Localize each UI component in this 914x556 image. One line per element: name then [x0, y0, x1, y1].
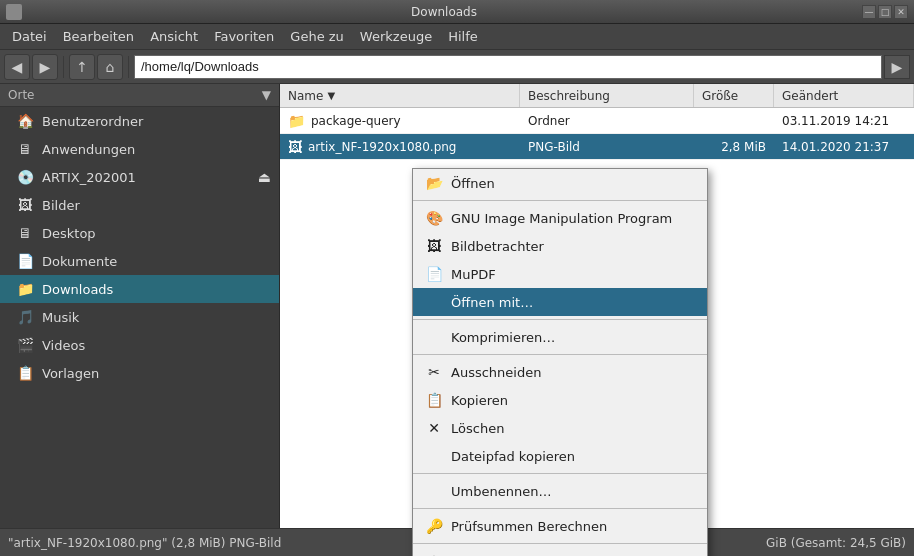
col-header-desc[interactable]: Beschreibung — [520, 84, 694, 107]
toolbar-separator-1 — [63, 56, 64, 78]
close-button[interactable]: ✕ — [894, 5, 908, 19]
file-date-cell: 14.01.2020 21:37 — [774, 140, 914, 154]
name-sort-icon: ▼ — [327, 90, 335, 101]
window-title: Downloads — [26, 5, 862, 19]
file-name-cell: 📁package-query — [280, 113, 520, 129]
col-header-name[interactable]: Name ▼ — [280, 84, 520, 107]
sidebar-icon-7: 🎵 — [16, 308, 34, 326]
sidebar-item-benutzerordner[interactable]: 🏠Benutzerordner — [0, 107, 279, 135]
ctx-item-icon: 🎨 — [425, 209, 443, 227]
ctx-item-label: Bildbetrachter — [451, 239, 544, 254]
titlebar: Downloads — □ ✕ — [0, 0, 914, 24]
ctx-item-komprimieren[interactable]: Komprimieren… — [413, 323, 707, 351]
sidebar-expand-icon[interactable]: ▼ — [262, 88, 271, 102]
sidebar-icon-2: 💿 — [16, 168, 34, 186]
forward-button[interactable]: ▶ — [32, 54, 58, 80]
sidebar-item-videos[interactable]: 🎬Videos — [0, 331, 279, 359]
sidebar-item-bilder[interactable]: 🖼Bilder — [0, 191, 279, 219]
maximize-button[interactable]: □ — [878, 5, 892, 19]
sidebar: Orte ▼ 🏠Benutzerordner🖥Anwendungen💿ARTIX… — [0, 84, 280, 528]
ctx-item-label: Umbenennen… — [451, 484, 551, 499]
main-area: Orte ▼ 🏠Benutzerordner🖥Anwendungen💿ARTIX… — [0, 84, 914, 528]
ctx-separator — [413, 200, 707, 201]
menu-item-gehe zu[interactable]: Gehe zu — [282, 27, 352, 46]
sidebar-icon-8: 🎬 — [16, 336, 34, 354]
ctx-item-bildbetrachter[interactable]: 🖼Bildbetrachter — [413, 232, 707, 260]
file-name-text: package-query — [311, 114, 401, 128]
sidebar-items: 🏠Benutzerordner🖥Anwendungen💿ARTIX_202001… — [0, 107, 279, 387]
file-icon: 🖼 — [288, 139, 302, 155]
sidebar-item-label: Desktop — [42, 226, 96, 241]
home-button[interactable]: ⌂ — [97, 54, 123, 80]
ctx-item-prüfsummen-berechnen[interactable]: 🔑Prüfsummen Berechnen — [413, 512, 707, 540]
file-row[interactable]: 🖼artix_NF-1920x1080.pngPNG-Bild2,8 MiB14… — [280, 134, 914, 160]
ctx-item-öffnen-mit[interactable]: Öffnen mit… — [413, 288, 707, 316]
ctx-item-ausschneiden[interactable]: ✂Ausschneiden — [413, 358, 707, 386]
back-button[interactable]: ◀ — [4, 54, 30, 80]
minimize-button[interactable]: — — [862, 5, 876, 19]
ctx-item-label: MuPDF — [451, 267, 496, 282]
ctx-item-icon-placeholder — [425, 447, 443, 465]
menu-item-ansicht[interactable]: Ansicht — [142, 27, 206, 46]
sidebar-icon-1: 🖥 — [16, 140, 34, 158]
ctx-item-gnu-image-manipulation-program[interactable]: 🎨GNU Image Manipulation Program — [413, 204, 707, 232]
col-header-size[interactable]: Größe — [694, 84, 774, 107]
file-desc-cell: Ordner — [520, 114, 694, 128]
sidebar-item-musik[interactable]: 🎵Musik — [0, 303, 279, 331]
ctx-item-dateipfad-kopieren[interactable]: Dateipfad kopieren — [413, 442, 707, 470]
window-controls: — □ ✕ — [862, 5, 908, 19]
sidebar-item-desktop[interactable]: 🖥Desktop — [0, 219, 279, 247]
ctx-item-icon: ✂ — [425, 363, 443, 381]
app-icon — [6, 4, 22, 20]
sidebar-icon-9: 📋 — [16, 364, 34, 382]
ctx-item-icon-placeholder — [425, 328, 443, 346]
filelist-header: Name ▼ Beschreibung Größe Geändert — [280, 84, 914, 108]
ctx-item-icon: 📂 — [425, 174, 443, 192]
ctx-item-label: Komprimieren… — [451, 330, 555, 345]
menu-item-hilfe[interactable]: Hilfe — [440, 27, 486, 46]
file-row[interactable]: 📁package-queryOrdner03.11.2019 14:21 — [280, 108, 914, 134]
sidebar-item-artix_202001[interactable]: 💿ARTIX_202001⏏ — [0, 163, 279, 191]
col-header-date[interactable]: Geändert — [774, 84, 914, 107]
ctx-separator — [413, 354, 707, 355]
sidebar-icon-0: 🏠 — [16, 112, 34, 130]
up-button[interactable]: ↑ — [69, 54, 95, 80]
menu-item-werkzeuge[interactable]: Werkzeuge — [352, 27, 440, 46]
file-desc-cell: PNG-Bild — [520, 140, 694, 154]
ctx-item-mupdf[interactable]: 📄MuPDF — [413, 260, 707, 288]
go-button[interactable]: ▶ — [884, 55, 910, 79]
menu-item-datei[interactable]: Datei — [4, 27, 55, 46]
sidebar-header-label: Orte — [8, 88, 34, 102]
sidebar-item-dokumente[interactable]: 📄Dokumente — [0, 247, 279, 275]
ctx-item-label: Kopieren — [451, 393, 508, 408]
sidebar-item-label: Anwendungen — [42, 142, 135, 157]
ctx-item-umbenennen[interactable]: Umbenennen… — [413, 477, 707, 505]
sidebar-item-label: Bilder — [42, 198, 80, 213]
sidebar-item-downloads[interactable]: 📁Downloads — [0, 275, 279, 303]
ctx-item-löschen[interactable]: ✕Löschen — [413, 414, 707, 442]
ctx-item-label: GNU Image Manipulation Program — [451, 211, 672, 226]
eject-icon[interactable]: ⏏ — [258, 169, 271, 185]
menu-item-favoriten[interactable]: Favoriten — [206, 27, 282, 46]
sidebar-item-vorlagen[interactable]: 📋Vorlagen — [0, 359, 279, 387]
ctx-separator — [413, 543, 707, 544]
menu-item-bearbeiten[interactable]: Bearbeiten — [55, 27, 142, 46]
sidebar-item-label: Benutzerordner — [42, 114, 143, 129]
sidebar-item-anwendungen[interactable]: 🖥Anwendungen — [0, 135, 279, 163]
file-size-cell: 2,8 MiB — [694, 140, 774, 154]
ctx-item-icon: 🔑 — [425, 517, 443, 535]
ctx-item-dateieigenschaften[interactable]: ⚙Dateieigenschaften — [413, 547, 707, 556]
sidebar-item-label: Videos — [42, 338, 85, 353]
ctx-item-icon: 📄 — [425, 265, 443, 283]
sidebar-icon-3: 🖼 — [16, 196, 34, 214]
address-bar[interactable] — [134, 55, 882, 79]
ctx-item-icon-placeholder — [425, 293, 443, 311]
status-right: GiB (Gesamt: 24,5 GiB) — [766, 536, 906, 550]
ctx-item-label: Öffnen — [451, 176, 495, 191]
context-menu: 📂Öffnen🎨GNU Image Manipulation Program🖼B… — [412, 168, 708, 556]
ctx-item-icon: 🖼 — [425, 237, 443, 255]
sidebar-item-label: ARTIX_202001 — [42, 170, 136, 185]
ctx-item-icon-placeholder — [425, 482, 443, 500]
ctx-item-öffnen[interactable]: 📂Öffnen — [413, 169, 707, 197]
ctx-item-kopieren[interactable]: 📋Kopieren — [413, 386, 707, 414]
